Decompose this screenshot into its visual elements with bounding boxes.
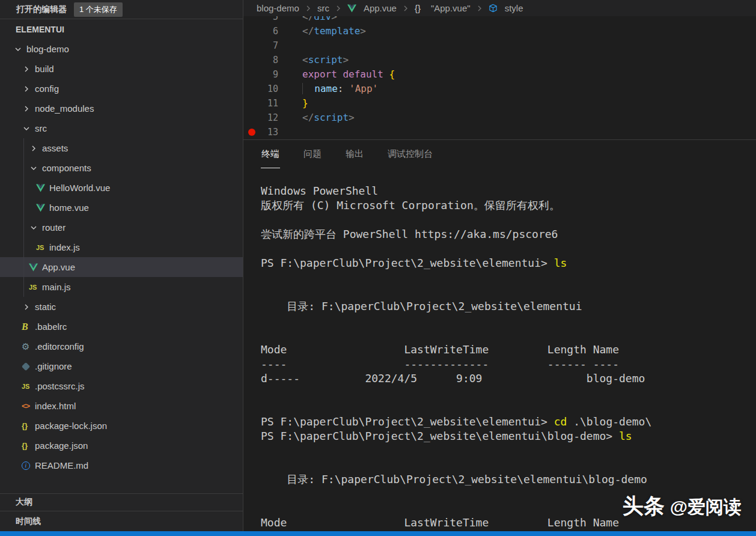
tree-item-static[interactable]: static: [0, 297, 243, 317]
tree-item-blog-demo[interactable]: blog-demo: [0, 39, 243, 59]
terminal-line: d----- 2022/4/5 9:09 blog-demo: [261, 371, 756, 386]
outline-label: 大纲: [16, 497, 32, 508]
terminal-line: [261, 270, 756, 285]
file-tree: ELEMENTUI blog-demobuildconfignode_modul…: [0, 19, 243, 493]
tree-item-editorconfig[interactable]: ⚙.editorconfig: [0, 337, 243, 356]
tree-item-postcssrc-js[interactable]: JS.postcssrc.js: [0, 376, 243, 396]
js-icon: JS: [36, 244, 49, 251]
tree-item-label: .babelrc: [35, 321, 67, 332]
main-column: blog-demosrcApp.vue{}"App.vue"style 5</d…: [243, 0, 756, 531]
tree-item-build[interactable]: build: [0, 59, 243, 79]
breadcrumb-item-style[interactable]: style: [489, 3, 523, 13]
tree-item-home-vue[interactable]: home.vue: [0, 198, 243, 218]
terminal-output[interactable]: Windows PowerShell版权所有 (C) Microsoft Cor…: [243, 168, 756, 531]
tree-item-node-modules[interactable]: node_modules: [0, 99, 243, 118]
vue-icon: [347, 4, 361, 13]
tree-item-components[interactable]: components: [0, 158, 243, 178]
tree-item-label: src: [35, 123, 47, 133]
tree-item-label: node_modules: [35, 103, 94, 114]
code-lines: 5</div>6</template>78<script>9export def…: [243, 16, 756, 139]
terminal-line: Windows PowerShell: [261, 184, 756, 198]
line-number[interactable]: 12: [243, 111, 282, 125]
breadcrumb-item-app-vue[interactable]: App.vue: [347, 3, 397, 13]
breadcrumb-separator-icon: [334, 4, 343, 13]
tree-item-package-lock-json[interactable]: {}package-lock.json: [0, 416, 243, 436]
tree-item-label: router: [42, 222, 66, 233]
breakpoint-icon[interactable]: [248, 129, 255, 136]
breadcrumb-item-src[interactable]: src: [317, 3, 329, 13]
terminal-line: [261, 328, 756, 343]
line-number[interactable]: 5: [243, 16, 282, 24]
tree-item-index-html[interactable]: <>index.html: [0, 396, 243, 416]
outline-section-header[interactable]: 大纲: [0, 493, 243, 511]
tree-item-label: .gitignore: [35, 361, 72, 371]
terminal-line: [261, 314, 756, 328]
tree-item-readme-md[interactable]: iREADME.md: [0, 455, 243, 475]
tree-item-helloworld-vue[interactable]: HelloWorld.vue: [0, 178, 243, 198]
tree-item-gitignore[interactable]: .gitignore: [0, 356, 243, 376]
code-editor[interactable]: 5</div>6</template>78<script>9export def…: [243, 16, 756, 139]
breadcrumb-separator-icon: [303, 4, 313, 13]
caret-collapsed-icon: [22, 302, 35, 312]
tree-item-index-js[interactable]: JSindex.js: [0, 237, 243, 257]
panel-tab-输出[interactable]: 输出: [345, 140, 364, 168]
panel-tab-问题[interactable]: 问题: [303, 140, 322, 168]
breadcrumb-separator-icon: [401, 4, 410, 13]
tree-item-main-js[interactable]: JSmain.js: [0, 277, 243, 297]
terminal-line: [261, 501, 756, 516]
vue-icon: [29, 263, 42, 272]
line-number[interactable]: 9: [243, 67, 282, 82]
tree-item-label: index.html: [35, 401, 76, 411]
terminal-line: PS F:\paperClub\Project\2_website\elemen…: [261, 256, 756, 270]
tree-item-src[interactable]: src: [0, 118, 243, 138]
line-number[interactable]: 6: [243, 24, 282, 38]
tree-item-config[interactable]: config: [0, 79, 243, 99]
code-line-9: 9export default {: [243, 67, 756, 82]
tree-item-babelrc[interactable]: B.babelrc: [0, 317, 243, 337]
git-icon: [22, 364, 35, 370]
line-number[interactable]: 8: [243, 53, 282, 67]
tree-item-assets[interactable]: assets: [0, 138, 243, 158]
terminal-line: 尝试新的跨平台 PowerShell https://aka.ms/pscore…: [261, 227, 756, 242]
tree-item-label: README.md: [35, 460, 88, 471]
breadcrumb-item-app-vue[interactable]: {}"App.vue": [415, 3, 471, 13]
tree-item-label: blog-demo: [26, 44, 69, 54]
terminal-line: [261, 285, 756, 299]
caret-collapsed-icon: [22, 64, 35, 74]
timeline-section-header[interactable]: 时间线: [0, 511, 243, 531]
open-editors-label: 打开的编辑器: [16, 4, 67, 15]
tree-item-app-vue[interactable]: App.vue: [0, 257, 243, 277]
code-text: <script>: [302, 53, 349, 67]
code-line-12: 12</script>: [243, 111, 756, 125]
line-number[interactable]: 10: [243, 82, 282, 96]
open-editors-header[interactable]: 打开的编辑器 1 个未保存: [0, 0, 243, 19]
tree-items: blog-demobuildconfignode_modulessrcasset…: [0, 39, 243, 475]
panel-tab-终端[interactable]: 终端: [261, 140, 280, 168]
code-text: name: 'App': [302, 82, 378, 96]
code-line-5: 5</div>: [243, 16, 756, 24]
tree-item-label: assets: [42, 143, 68, 153]
panel-tab-调试控制台[interactable]: 调试控制台: [387, 140, 433, 168]
tree-item-label: build: [35, 64, 54, 74]
tree-item-package-json[interactable]: {}package.json: [0, 436, 243, 455]
tree-item-router[interactable]: router: [0, 218, 243, 237]
status-bar[interactable]: [0, 531, 756, 536]
breadcrumb-item-label: App.vue: [364, 3, 397, 13]
caret-collapsed-icon: [22, 84, 35, 94]
terminal-line: PS F:\paperClub\Project\2_website\elemen…: [261, 429, 756, 443]
breadcrumb-item-label: src: [317, 3, 329, 13]
explorer-root-header[interactable]: ELEMENTUI: [0, 19, 243, 39]
terminal-line: [261, 487, 756, 501]
terminal-line: [261, 443, 756, 458]
tree-item-label: .postcssrc.js: [35, 381, 85, 391]
terminal-line: 目录: F:\paperClub\Project\2_website\eleme…: [261, 299, 756, 314]
line-number[interactable]: 11: [243, 96, 282, 111]
terminal-line: ---- ------------- ------ ----: [261, 357, 756, 371]
caret-collapsed-icon: [22, 104, 35, 114]
caret-expanded-icon: [29, 223, 42, 233]
tree-item-label: components: [42, 163, 91, 173]
line-number[interactable]: 7: [243, 38, 282, 53]
code-line-6: 6</template>: [243, 24, 756, 38]
breadcrumb-item-blog-demo[interactable]: blog-demo: [257, 3, 299, 13]
code-text: </script>: [302, 111, 355, 125]
